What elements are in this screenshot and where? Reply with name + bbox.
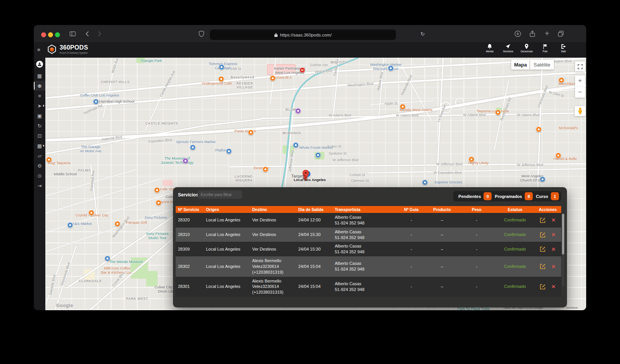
table-scrollbar[interactable] <box>562 214 564 286</box>
column-header: Origen <box>204 207 250 212</box>
poi-marker[interactable] <box>218 76 224 82</box>
cell-salida: 24/04 15:04 <box>296 262 332 271</box>
sidebar-item-services-list[interactable]: ≡ <box>34 91 45 101</box>
sidebar-item-dispatch[interactable]: ➤ <box>34 101 45 111</box>
map-label: Beverlywood <box>231 75 254 79</box>
edit-button[interactable] <box>540 246 545 252</box>
poi-marker[interactable]: H <box>299 67 305 73</box>
poi-marker[interactable] <box>295 108 301 114</box>
cell-destino[interactable]: Alexis Bermello Velez3230614 (+120380313… <box>250 277 296 297</box>
poi-marker[interactable] <box>495 110 501 115</box>
poi-marker[interactable] <box>46 157 52 163</box>
nav-pois[interactable]: Pois <box>538 44 552 53</box>
cell-destino[interactable]: Ver Destinos <box>250 230 296 239</box>
poi-marker[interactable] <box>105 256 110 261</box>
filter-input[interactable] <box>198 190 242 199</box>
reload-icon[interactable]: ↻ <box>421 32 425 37</box>
fullscreen-button[interactable] <box>575 61 585 71</box>
poi-marker[interactable] <box>263 166 268 172</box>
edit-button[interactable] <box>540 232 545 238</box>
edit-button[interactable] <box>540 284 545 289</box>
delete-button[interactable]: × <box>552 246 555 253</box>
sidebar-item-monitor[interactable]: ⊡ <box>34 131 45 141</box>
edit-button[interactable] <box>540 264 545 269</box>
poi-marker[interactable] <box>558 77 564 83</box>
poi-marker[interactable] <box>183 158 188 164</box>
table-row[interactable]: 28310Local Los AngelesVer Destinos24/04 … <box>176 228 561 242</box>
table-row[interactable]: 28302Local Los AngelesAlexis Bermello Ve… <box>176 256 561 277</box>
table-row[interactable]: 28309Local Los AngelesVer Destinos24/04 … <box>176 242 561 256</box>
minimize-window-button[interactable] <box>48 32 53 37</box>
map-label: Guthrie Ave <box>310 63 328 67</box>
delete-button[interactable]: × <box>552 217 555 223</box>
close-window-button[interactable] <box>41 32 46 37</box>
sidebar-item-maps[interactable]: ▱ <box>34 151 45 161</box>
nav-salir[interactable]: Salir <box>556 44 571 53</box>
pegman-button[interactable] <box>575 106 585 116</box>
table-row[interactable]: 28320Local Los AngelesVer Destinos24/04 … <box>176 213 561 228</box>
nav-alertas[interactable]: Alertas <box>482 44 497 53</box>
map-label: CASTLE HEIGHTS <box>145 121 178 125</box>
forward-icon[interactable] <box>96 30 103 37</box>
poi-marker[interactable] <box>156 200 161 206</box>
cell-destino[interactable]: Alexis Bermello Velez3230614 (+120380313… <box>250 256 296 277</box>
poi-marker[interactable] <box>270 75 276 81</box>
poi-marker[interactable] <box>226 148 232 154</box>
scrollbar-thumb[interactable] <box>562 214 564 254</box>
url-bar[interactable]: https://saas.360pods.com/ <box>210 30 396 40</box>
sidebar-item-logout[interactable]: ⇥ <box>34 181 45 191</box>
sidebar-item-settings[interactable]: ⚙ <box>34 161 45 171</box>
back-icon[interactable] <box>84 30 91 37</box>
poi-marker[interactable] <box>422 180 428 185</box>
zoom-out-button[interactable]: − <box>575 87 585 98</box>
zoom-control: + − <box>575 75 585 98</box>
map-terms-link[interactable]: Términos <box>566 306 578 309</box>
map-label: Washington Market Discount Liquor <box>370 62 402 71</box>
poi-marker[interactable] <box>88 210 94 216</box>
cell-destino[interactable]: Ver Destinos <box>250 216 296 224</box>
poi-marker[interactable] <box>293 142 299 148</box>
sidebar-item-user-avatar[interactable] <box>34 58 45 71</box>
maximize-window-button[interactable] <box>55 32 60 37</box>
poi-marker[interactable] <box>540 176 545 182</box>
delete-button[interactable]: × <box>552 283 555 290</box>
sidebar-toggle-icon[interactable] <box>69 30 76 37</box>
share-icon[interactable] <box>529 30 536 37</box>
table-row[interactable]: 28301Local Los AngelesAlexis Bermello Ve… <box>176 277 561 297</box>
sidebar-item-modules[interactable]: ▩ <box>34 141 45 151</box>
poi-marker[interactable] <box>190 145 196 150</box>
edit-button[interactable] <box>540 218 545 223</box>
new-tab-icon[interactable]: + <box>544 30 550 37</box>
menu-icon[interactable]: ≡ <box>37 47 42 52</box>
poi-marker[interactable] <box>400 104 406 110</box>
services-panel: Servicios Pendientes0Programados8Curso1 … <box>173 187 567 307</box>
cell-destino[interactable]: Ver Destinos <box>250 245 296 254</box>
nav-geocercas[interactable]: Geocercas <box>519 44 534 53</box>
cell-servicio: 28302 <box>176 262 204 271</box>
tabs-overview-icon[interactable] <box>557 30 564 37</box>
satellite-type-button[interactable]: Satélite <box>530 60 554 70</box>
poi-marker[interactable] <box>388 65 394 71</box>
poi-marker[interactable] <box>115 221 120 227</box>
poi-marker[interactable] <box>67 222 73 228</box>
map-type-button[interactable]: Mapa <box>511 60 530 70</box>
sidebar-item-documents[interactable]: ▣ <box>34 111 45 121</box>
poi-marker[interactable] <box>248 130 254 135</box>
poi-marker[interactable] <box>93 99 99 105</box>
poi-marker[interactable] <box>536 126 542 132</box>
delete-button[interactable]: × <box>552 231 555 238</box>
poi-marker[interactable] <box>154 187 160 193</box>
sidebar-item-dashboard[interactable]: ▦ <box>34 71 45 81</box>
nav-servicios[interactable]: Servicios <box>501 44 515 53</box>
poi-marker[interactable] <box>469 156 474 162</box>
poi-marker[interactable] <box>555 153 561 158</box>
sidebar-item-alerts[interactable]: ⊙ <box>34 171 45 181</box>
zoom-in-button[interactable]: + <box>575 75 585 86</box>
poi-marker[interactable] <box>219 64 224 70</box>
sidebar-item-map-globe[interactable]: ⊕ <box>34 81 45 91</box>
sidebar-item-sync[interactable]: ↻ <box>34 121 45 131</box>
downloads-icon[interactable] <box>514 30 521 37</box>
delete-button[interactable]: × <box>552 263 555 270</box>
privacy-shield-icon[interactable] <box>198 30 205 37</box>
poi-marker[interactable] <box>315 152 321 158</box>
